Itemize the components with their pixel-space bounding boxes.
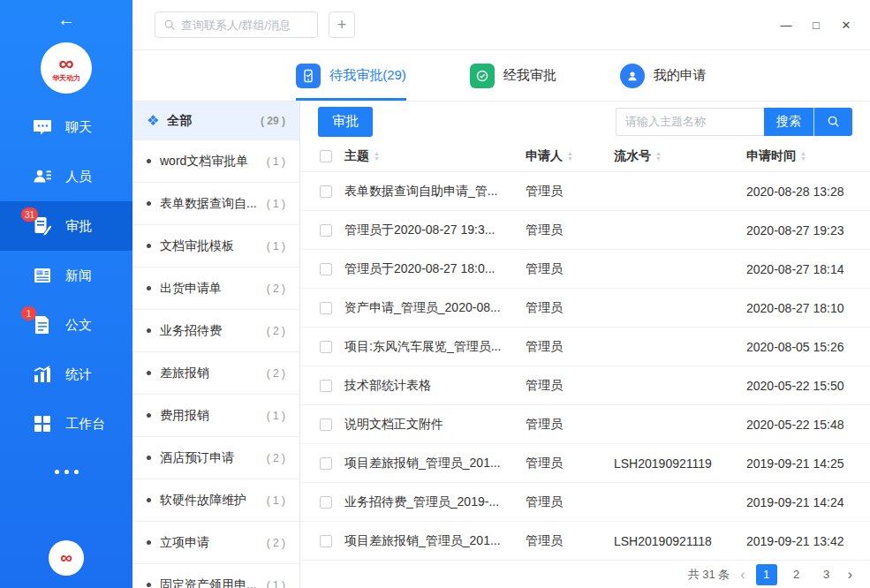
- category-count: ( 29 ): [261, 115, 285, 127]
- sort-icon[interactable]: ▲▼: [800, 151, 806, 162]
- subject-cell[interactable]: 项目:东风汽车展览_管理员...: [344, 339, 526, 355]
- search-icon: [163, 19, 176, 31]
- window-controls: — □ ✕: [771, 10, 861, 40]
- row-checkbox[interactable]: [320, 535, 332, 547]
- sidebar-item-chat[interactable]: 聊天: [0, 102, 132, 152]
- next-page-icon[interactable]: ›: [846, 567, 854, 583]
- row-checkbox[interactable]: [320, 224, 332, 237]
- sidebar-item-news[interactable]: NEW 新闻: [0, 251, 132, 300]
- subject-cell[interactable]: 技术部统计表格: [344, 378, 526, 394]
- subject-cell[interactable]: 说明文档正文附件: [344, 417, 526, 433]
- contact-search-input[interactable]: [181, 19, 309, 32]
- search-magnifier-button[interactable]: [813, 108, 852, 136]
- prev-page-icon[interactable]: ‹: [738, 567, 746, 583]
- page-2[interactable]: 2: [786, 564, 807, 585]
- category-label: 差旅报销: [160, 366, 209, 381]
- page-3[interactable]: 3: [816, 564, 837, 585]
- document-icon: 1: [32, 314, 53, 335]
- row-checkbox[interactable]: [320, 341, 332, 353]
- category-all[interactable]: ❖ 全部 ( 29 ): [132, 102, 299, 140]
- my-applications-icon: [620, 64, 645, 88]
- category-item[interactable]: 出货申请单( 2 ): [132, 268, 299, 310]
- table-row[interactable]: 业务招待费_管理员_2019-... 管理员 2019-09-21 14:24: [300, 483, 870, 522]
- bullet-icon: [147, 583, 151, 587]
- category-item[interactable]: 费用报销( 1 ): [132, 395, 299, 437]
- logo-name: 华天动力: [52, 73, 80, 83]
- category-item[interactable]: word文档审批单( 1 ): [132, 140, 299, 183]
- approval-badge: 31: [21, 207, 38, 222]
- table-row[interactable]: 项目:东风汽车展览_管理员... 管理员 2020-08-05 15:26: [300, 328, 870, 366]
- row-checkbox[interactable]: [320, 263, 332, 275]
- subject-cell[interactable]: 资产申请_管理员_2020-08...: [344, 300, 526, 316]
- category-item[interactable]: 表单数据查询自...( 1 ): [132, 183, 299, 225]
- row-checkbox[interactable]: [320, 457, 332, 470]
- tab-my-applications[interactable]: 我的申请: [620, 50, 707, 101]
- time-cell: 2020-05-22 15:50: [746, 379, 870, 393]
- table-row[interactable]: 项目差旅报销_管理员_201... 管理员 LSH20190921118 201…: [300, 522, 870, 561]
- contact-search[interactable]: [155, 11, 318, 38]
- time-cell: 2020-08-27 18:14: [746, 262, 870, 276]
- tab-approved-by-me[interactable]: 经我审批: [470, 50, 556, 101]
- all-categories-icon: ❖: [147, 114, 159, 128]
- add-button[interactable]: +: [329, 11, 355, 38]
- table-row[interactable]: 管理员于2020-08-27 18:0... 管理员 2020-08-27 18…: [300, 250, 870, 289]
- sidebar-item-workbench[interactable]: 工作台: [0, 399, 132, 449]
- time-cell: 2020-08-05 15:26: [746, 340, 870, 354]
- row-checkbox[interactable]: [320, 185, 332, 198]
- applicant-cell: 管理员: [526, 417, 614, 433]
- row-checkbox[interactable]: [320, 302, 332, 314]
- table-row[interactable]: 管理员于2020-08-27 19:3... 管理员 2020-08-27 19…: [300, 211, 870, 250]
- subject-cell[interactable]: 业务招待费_管理员_2019-...: [344, 494, 526, 510]
- subject-cell[interactable]: 项目差旅报销_管理员_201...: [344, 533, 526, 549]
- category-item[interactable]: 文档审批模板( 1 ): [132, 225, 299, 268]
- subject-cell[interactable]: 管理员于2020-08-27 19:3...: [344, 222, 526, 238]
- table-row[interactable]: 技术部统计表格 管理员 2020-05-22 15:50: [300, 366, 870, 405]
- category-item[interactable]: 业务招待费( 2 ): [132, 310, 299, 352]
- sidebar-item-label: 新闻: [65, 268, 92, 284]
- row-checkbox[interactable]: [320, 496, 332, 509]
- sidebar-item-approval[interactable]: 31 审批: [0, 201, 132, 251]
- table-row[interactable]: 资产申请_管理员_2020-08... 管理员 2020-08-27 18:10: [300, 289, 870, 328]
- subject-cell[interactable]: 表单数据查询自助申请_管...: [344, 184, 526, 200]
- close-icon[interactable]: ✕: [831, 10, 861, 40]
- tab-pending-approval[interactable]: 待我审批(29): [296, 50, 406, 101]
- category-item[interactable]: 酒店预订申请( 2 ): [132, 437, 299, 479]
- page-1[interactable]: 1: [756, 564, 777, 585]
- sort-icon[interactable]: ▲▼: [655, 151, 662, 162]
- more-menu-icon[interactable]: [0, 470, 132, 474]
- table-row[interactable]: 表单数据查询自助申请_管... 管理员 2020-08-28 13:28: [300, 172, 870, 211]
- category-item[interactable]: 立项申请( 2 ): [132, 522, 299, 564]
- row-checkbox[interactable]: [320, 418, 332, 431]
- table-row[interactable]: 说明文档正文附件 管理员 2020-05-22 15:48: [300, 405, 870, 444]
- approve-button[interactable]: 审批: [318, 107, 373, 137]
- table-row[interactable]: 项目差旅报销_管理员_201... 管理员 LSH20190921119 201…: [300, 444, 870, 483]
- back-arrow-icon[interactable]: ←: [0, 0, 132, 39]
- logo-infinity-icon: ∞: [58, 54, 73, 73]
- row-checkbox[interactable]: [320, 380, 332, 392]
- sort-icon[interactable]: ▲▼: [374, 151, 380, 162]
- sidebar-item-statistics[interactable]: 统计: [0, 350, 132, 399]
- subject-cell[interactable]: 项目差旅报销_管理员_201...: [344, 456, 526, 471]
- sidebar-item-label: 审批: [65, 218, 92, 235]
- time-cell: 2020-08-27 18:10: [746, 301, 870, 315]
- documents-badge: 1: [21, 306, 36, 320]
- sort-icon[interactable]: ▲▼: [567, 151, 573, 162]
- minimize-icon[interactable]: —: [771, 10, 801, 40]
- table-header: 主题▲▼ 申请人▲▼ 流水号▲▼ 申请时间▲▼: [300, 141, 870, 172]
- bottom-logo-icon[interactable]: ∞: [49, 540, 84, 576]
- time-cell: 2019-09-21 14:25: [746, 456, 870, 471]
- category-item[interactable]: 差旅报销( 2 ): [132, 352, 299, 395]
- search-button[interactable]: 搜索: [764, 108, 813, 136]
- subject-cell[interactable]: 管理员于2020-08-27 18:0...: [344, 261, 526, 277]
- category-item[interactable]: 固定资产领用申...( 1 ): [132, 564, 299, 588]
- subject-search-input[interactable]: [616, 108, 764, 136]
- news-icon: NEW: [32, 265, 53, 286]
- sidebar-item-people[interactable]: 人员: [0, 152, 132, 201]
- sidebar-item-documents[interactable]: 1 公文: [0, 300, 132, 350]
- category-count: ( 2 ): [267, 283, 285, 295]
- category-item[interactable]: 软硬件故障维护( 1 ): [132, 479, 299, 522]
- column-applicant: 申请人: [526, 148, 563, 164]
- select-all-checkbox[interactable]: [320, 150, 332, 162]
- maximize-icon[interactable]: □: [801, 10, 831, 40]
- category-label: word文档审批单: [160, 154, 248, 170]
